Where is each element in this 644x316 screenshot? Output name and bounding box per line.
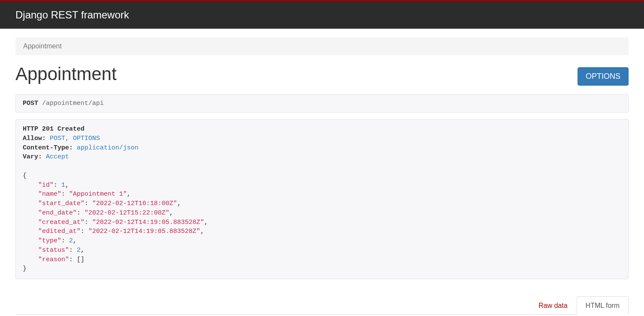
tab-raw-data[interactable]: Raw data	[530, 296, 577, 315]
page-title: Appointment	[15, 64, 117, 84]
navbar: Django REST framework	[0, 1, 644, 29]
request-info-panel: POST /appointment/api	[15, 94, 629, 113]
tab-html-form[interactable]: HTML form	[577, 296, 629, 315]
options-button[interactable]: OPTIONS	[578, 67, 629, 86]
breadcrumb: Appointment	[15, 37, 629, 55]
response-panel: HTTP 201 Created Allow: POST, OPTIONS Co…	[15, 119, 629, 279]
navbar-brand-link[interactable]: Django REST framework	[0, 9, 129, 21]
form-tabs: Raw data HTML form	[15, 296, 629, 315]
request-path: /appointment/api	[42, 100, 104, 107]
request-method: POST	[23, 100, 38, 107]
breadcrumb-current: Appointment	[23, 42, 62, 50]
